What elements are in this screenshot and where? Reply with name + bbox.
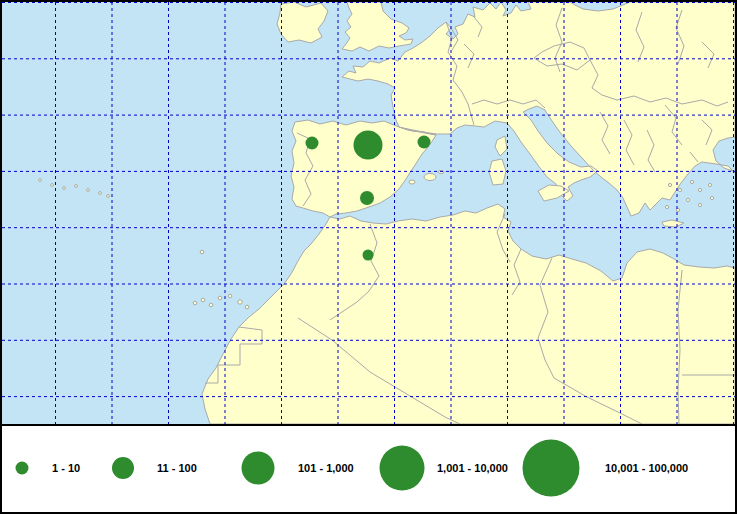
symbol-southern-spain[interactable] xyxy=(360,191,374,205)
legend-symbol-circle-3 xyxy=(242,452,275,485)
landmass-ireland xyxy=(277,2,328,43)
symbol-northeast-spain[interactable] xyxy=(418,136,431,149)
legend-symbol-circle-5 xyxy=(523,440,580,497)
legend-symbol-circle-4 xyxy=(380,446,425,491)
map-legend: 1 - 1011 - 100101 - 1,0001,001 - 10,0001… xyxy=(2,424,735,510)
map-window: 1 - 1011 - 100101 - 1,0001,001 - 10,0001… xyxy=(0,0,737,514)
legend-label-3: 101 - 1,000 xyxy=(298,462,354,474)
island-madeira xyxy=(200,250,204,254)
symbol-central-spain[interactable] xyxy=(354,131,383,160)
legend-symbol-circle-1 xyxy=(16,462,29,475)
legend-label-5: 10,001 - 100,000 xyxy=(605,462,688,474)
island-mallorca xyxy=(424,174,436,181)
symbol-northwest-spain[interactable] xyxy=(306,137,319,150)
island-ibiza xyxy=(409,180,415,184)
map-canvas[interactable] xyxy=(2,2,735,424)
island-sardinia xyxy=(489,159,506,185)
legend-label-1: 1 - 10 xyxy=(52,462,80,474)
legend-label-2: 11 - 100 xyxy=(157,462,197,474)
legend-label-4: 1,001 - 10,000 xyxy=(437,462,508,474)
symbol-northern-morocco[interactable] xyxy=(363,250,374,261)
legend-symbol-circle-2 xyxy=(112,457,134,479)
